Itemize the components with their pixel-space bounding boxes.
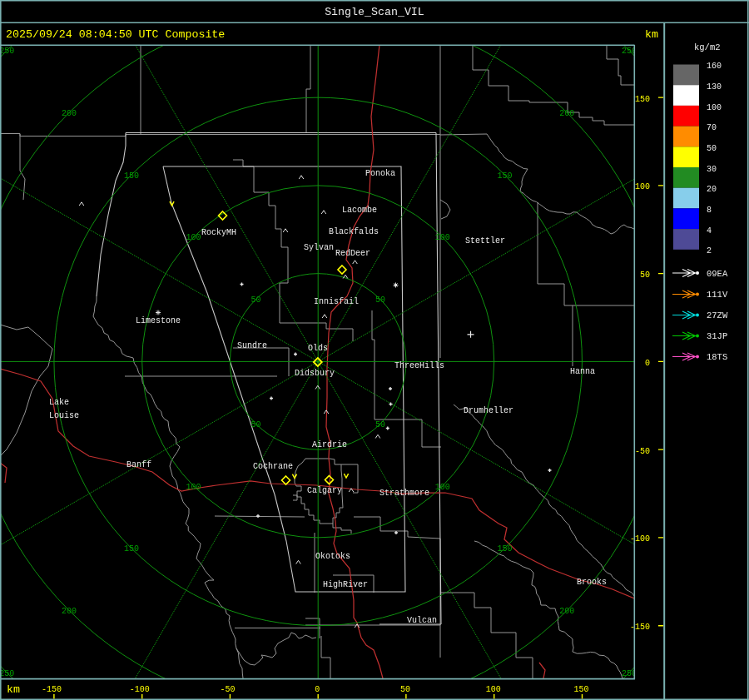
- svg-text:50: 50: [250, 420, 260, 429]
- svg-text:250: 250: [0, 669, 14, 678]
- svg-text:30: 30: [707, 165, 717, 174]
- svg-text:50: 50: [640, 271, 650, 280]
- svg-text:100: 100: [435, 483, 450, 492]
- svg-text:Sylvan: Sylvan: [304, 243, 334, 252]
- svg-text:-100: -100: [130, 685, 150, 694]
- svg-text:Louise: Louise: [49, 411, 79, 420]
- svg-text:-50: -50: [220, 685, 235, 694]
- svg-text:150: 150: [573, 685, 588, 694]
- svg-text:50: 50: [375, 420, 385, 429]
- svg-text:Didsbury: Didsbury: [295, 369, 335, 378]
- svg-text:27ZW: 27ZW: [707, 310, 728, 320]
- svg-text:100: 100: [186, 483, 201, 492]
- svg-text:Single_Scan_VIL: Single_Scan_VIL: [325, 6, 424, 18]
- svg-text:Hanna: Hanna: [570, 367, 595, 376]
- svg-text:Sundre: Sundre: [237, 341, 267, 350]
- svg-text:100: 100: [635, 182, 650, 191]
- svg-text:2025/09/24 08:04:50 UTC Compos: 2025/09/24 08:04:50 UTC Composite: [6, 28, 225, 41]
- svg-text:0: 0: [315, 685, 320, 694]
- svg-text:RockyMH: RockyMH: [201, 228, 236, 237]
- svg-text:200: 200: [559, 109, 574, 118]
- svg-text:150: 150: [124, 171, 139, 181]
- svg-text:-100: -100: [630, 534, 650, 544]
- svg-text:70: 70: [707, 123, 717, 132]
- svg-text:Banff: Banff: [126, 460, 151, 469]
- svg-text:8: 8: [707, 206, 712, 215]
- svg-text:-150: -150: [630, 623, 650, 632]
- svg-text:20: 20: [707, 185, 717, 194]
- svg-text:ThreeHills: ThreeHills: [394, 361, 444, 370]
- svg-text:111V: 111V: [707, 290, 728, 300]
- svg-text:RedDeer: RedDeer: [335, 249, 370, 258]
- svg-text:Cochrane: Cochrane: [253, 462, 293, 471]
- svg-text:100: 100: [707, 103, 722, 112]
- svg-text:150: 150: [124, 544, 139, 554]
- svg-text:Calgary: Calgary: [307, 486, 342, 495]
- svg-text:Airdrie: Airdrie: [312, 440, 347, 449]
- svg-text:100: 100: [486, 685, 501, 694]
- svg-text:Lake: Lake: [49, 398, 69, 407]
- svg-text:Okotoks: Okotoks: [315, 552, 350, 561]
- svg-text:130: 130: [707, 82, 722, 92]
- svg-text:Stettler: Stettler: [465, 236, 505, 246]
- svg-text:Strathmore: Strathmore: [379, 489, 429, 498]
- svg-text:Vulcan: Vulcan: [407, 616, 437, 625]
- svg-text:150: 150: [635, 95, 650, 104]
- svg-text:Brooks: Brooks: [577, 578, 607, 587]
- svg-text:0: 0: [645, 359, 650, 368]
- svg-text:200: 200: [62, 607, 77, 616]
- svg-text:31JP: 31JP: [707, 331, 727, 341]
- svg-text:250: 250: [0, 47, 14, 56]
- svg-text:200: 200: [559, 607, 574, 616]
- svg-text:100: 100: [186, 233, 201, 242]
- svg-text:km: km: [7, 683, 20, 696]
- svg-text:200: 200: [62, 109, 77, 118]
- svg-text:-50: -50: [635, 447, 650, 456]
- svg-text:Blackfalds: Blackfalds: [329, 227, 379, 236]
- svg-text:160: 160: [707, 62, 722, 71]
- svg-text:18TS: 18TS: [707, 352, 727, 362]
- svg-text:150: 150: [497, 171, 512, 181]
- svg-text:Drumheller: Drumheller: [464, 406, 513, 415]
- svg-text:Olds: Olds: [308, 344, 328, 353]
- svg-text:150: 150: [497, 544, 512, 554]
- svg-text:km: km: [645, 28, 658, 41]
- svg-text:50: 50: [250, 295, 260, 305]
- svg-text:50: 50: [707, 144, 717, 153]
- svg-text:Limestone: Limestone: [136, 316, 181, 325]
- svg-text:50: 50: [400, 685, 410, 694]
- svg-text:Ponoka: Ponoka: [365, 169, 395, 178]
- svg-text:-150: -150: [42, 685, 62, 694]
- svg-text:HighRiver: HighRiver: [323, 580, 368, 589]
- svg-text:kg/m2: kg/m2: [694, 42, 721, 52]
- svg-text:09EA: 09EA: [707, 269, 728, 279]
- svg-text:Lacombe: Lacombe: [342, 206, 377, 215]
- svg-text:4: 4: [707, 226, 712, 236]
- svg-text:2: 2: [707, 246, 712, 256]
- svg-text:50: 50: [375, 295, 385, 305]
- svg-text:100: 100: [435, 233, 450, 242]
- svg-text:Innisfail: Innisfail: [314, 297, 359, 306]
